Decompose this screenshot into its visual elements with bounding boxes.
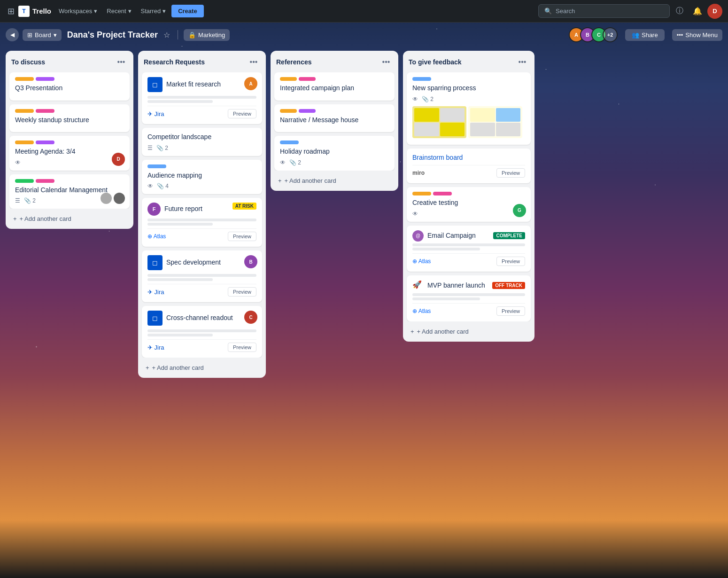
workspace-button[interactable]: 🔒 Marketing — [184, 29, 230, 41]
preview-thumb-2 — [468, 106, 522, 138]
trello-logo-text: Trello — [32, 7, 51, 15]
starred-button[interactable]: Starred ▾ — [137, 6, 170, 16]
preview-button[interactable]: Preview — [228, 109, 256, 118]
card-meta: 👁 📎 2 — [412, 96, 525, 102]
share-button[interactable]: 👥 Share — [625, 29, 665, 41]
card-competitor-landscape[interactable]: Competitor landscape ☰ 📎 2 — [142, 128, 262, 156]
rocket-icon: 🚀 — [412, 280, 424, 291]
card-title: Audience mapping — [147, 171, 256, 180]
card-member-avatar: D — [112, 153, 125, 166]
column-menu-button-feedback[interactable]: ••• — [516, 55, 529, 69]
user-avatar[interactable]: D — [707, 4, 722, 19]
integration-row: miro Preview — [412, 165, 525, 179]
preview-button[interactable]: Preview — [496, 306, 525, 316]
card-cross-channel[interactable]: ◻ Cross-channel readout C ✈ Jira Preview — [142, 306, 262, 358]
card-title: Q3 Presentation — [15, 84, 124, 93]
lock-icon: 🔒 — [188, 31, 196, 39]
apps-icon[interactable]: ⊞ — [6, 6, 16, 16]
trello-logo[interactable]: T Trello — [18, 6, 51, 17]
preview-button[interactable]: Preview — [228, 232, 256, 241]
card-meta: 👁 — [412, 211, 525, 217]
eye-meta: 👁 — [280, 159, 286, 166]
plus-icon: + — [146, 364, 149, 371]
show-menu-button[interactable]: ••• Show Menu — [672, 29, 722, 41]
card-narrative-message[interactable]: Narrative / Message house — [274, 104, 395, 133]
card-title: Cross-channel readout — [166, 311, 233, 323]
skeleton-line-short — [147, 278, 213, 281]
miro-integration-label: miro — [412, 170, 425, 176]
card-meta: 👁 📎 4 — [147, 183, 256, 189]
card-future-report[interactable]: F Future report AT RISK ⊕ Atlas Preview — [142, 198, 262, 247]
card-title: Weekly standup structure — [15, 116, 124, 125]
plus-icon: + — [278, 177, 282, 184]
add-card-button-research[interactable]: + + Add another card — [142, 361, 262, 374]
column-footer-references: + + Add another card — [271, 171, 398, 191]
attachment-meta: 📎 4 — [157, 183, 169, 189]
attachment-meta: 📎 2 — [156, 145, 168, 151]
skeleton-line-short — [147, 100, 213, 103]
card-title: Holiday roadmap — [280, 147, 389, 156]
workspaces-button[interactable]: Workspaces ▾ — [55, 6, 101, 16]
card-labels — [15, 109, 124, 113]
card-integrated-campaign[interactable]: Integrated campaign plan — [274, 72, 395, 101]
navbar: ⊞ T Trello Workspaces ▾ Recent ▾ Starred… — [0, 0, 728, 23]
future-avatar-icon: F — [147, 203, 161, 216]
card-spec-development[interactable]: ◻ Spec development B ✈ Jira Preview — [142, 250, 262, 302]
preview-button[interactable]: Preview — [228, 287, 256, 297]
column-footer-feedback: + + Add another card — [403, 321, 534, 342]
card-email-campaign[interactable]: @ Email Campaign COMPLETE ⊕ Atlas Previe… — [407, 226, 531, 272]
column-menu-button-to-discuss[interactable]: ••• — [115, 55, 128, 69]
column-title-feedback: To give feedback — [409, 58, 462, 66]
separator — [178, 30, 178, 39]
card-brainstorm-board[interactable]: Brainstorm board miro Preview — [407, 148, 531, 184]
label-pink — [299, 77, 316, 81]
add-card-button-to-discuss[interactable]: + + Add another card — [9, 212, 130, 225]
card-holiday-roadmap[interactable]: Holiday roadmap 👁 📎 2 — [274, 136, 395, 171]
label-blue — [412, 77, 431, 81]
preview-button[interactable]: Preview — [496, 168, 525, 178]
card-labels — [15, 141, 124, 144]
column-menu-button-references[interactable]: ••• — [379, 55, 393, 69]
sidebar-collapse-button[interactable]: ◀ — [6, 28, 19, 41]
board-view-button[interactable]: ⊞ Board ▾ — [23, 29, 62, 41]
label-orange — [15, 77, 34, 81]
attachment-meta: 📎 2 — [24, 197, 36, 204]
star-button[interactable]: ☆ — [162, 29, 172, 41]
preview-thumb-1 — [412, 106, 466, 138]
card-creative-testing[interactable]: Creative testing 👁 G — [407, 187, 531, 222]
label-purple — [36, 141, 54, 144]
card-sparring-process[interactable]: New sparring process 👁 📎 2 — [407, 72, 531, 145]
preview-button[interactable]: Preview — [228, 343, 256, 352]
card-audience-mapping[interactable]: Audience mapping 👁 📎 4 — [142, 160, 262, 195]
column-menu-button-research[interactable]: ••• — [247, 55, 260, 69]
card-q3-presentation[interactable]: Q3 Presentation — [9, 72, 130, 101]
create-button[interactable]: Create — [171, 5, 203, 17]
at-risk-badge: AT RISK — [232, 203, 256, 210]
preview-button[interactable]: Preview — [496, 257, 525, 266]
ellipsis-icon: ••• — [677, 31, 683, 39]
search-bar[interactable]: 🔍 Search — [538, 4, 670, 18]
member-overflow-badge[interactable]: +2 — [603, 27, 618, 42]
label-purple — [36, 77, 54, 81]
notifications-button[interactable]: 🔔 — [689, 3, 705, 19]
eye-meta: 👁 — [147, 183, 153, 189]
card-title-link: Brainstorm board — [412, 153, 525, 163]
card-meeting-agenda[interactable]: Meeting Agenda: 3/4 👁 D — [9, 136, 130, 171]
recent-button[interactable]: Recent ▾ — [103, 6, 135, 16]
skeleton-line — [147, 329, 256, 332]
card-market-fit[interactable]: ◻ Market fit research A ✈ Jira Preview — [142, 72, 262, 124]
info-button[interactable]: ⓘ — [672, 3, 688, 19]
thumb-cell — [496, 108, 521, 122]
column-footer-to-discuss: + + Add another card — [6, 209, 133, 229]
thumb-cell — [496, 123, 521, 136]
card-editorial-calendar[interactable]: Editorial Calendar Management ☰ 📎 2 — [9, 174, 130, 209]
label-orange — [15, 141, 34, 144]
email-icon: @ — [412, 230, 424, 242]
integration-row: ⊕ Atlas Preview — [412, 303, 525, 317]
label-orange — [280, 77, 297, 81]
description-meta: ☰ — [15, 197, 20, 204]
add-card-button-references[interactable]: + + Add another card — [274, 174, 395, 187]
card-mvp-banner[interactable]: 🚀 MVP banner launch OFF TRACK ⊕ Atlas Pr… — [407, 275, 531, 321]
add-card-button-feedback[interactable]: + + Add another card — [407, 325, 531, 338]
card-weekly-standup[interactable]: Weekly standup structure — [9, 104, 130, 133]
